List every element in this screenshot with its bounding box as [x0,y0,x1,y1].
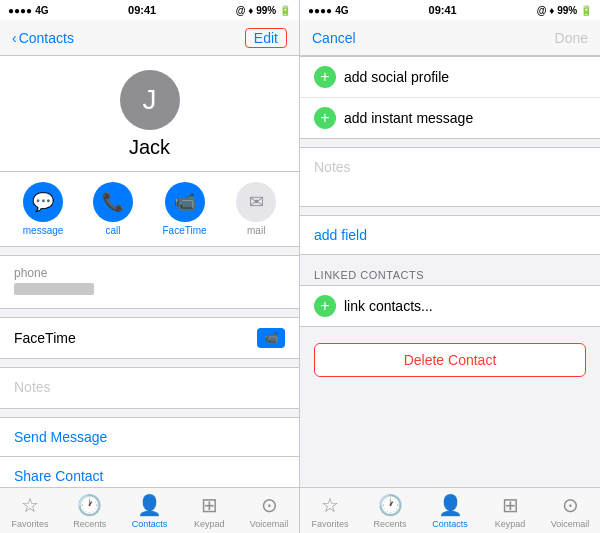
right-contacts-label: Contacts [432,519,468,529]
favorites-label: Favorites [11,519,48,529]
right-notes-placeholder: Notes [314,159,351,175]
facetime-action-label: FaceTime [163,225,207,236]
message-label: message [23,225,64,236]
right-voicemail-icon: ⊙ [562,493,579,517]
right-contacts-icon: 👤 [438,493,463,517]
right-nav-bar: Cancel Done [300,20,600,56]
call-icon: 📞 [93,182,133,222]
right-recents-icon: 🕐 [378,493,403,517]
tab-favorites[interactable]: ☆ Favorites [0,493,60,529]
notes-placeholder: Notes [14,379,51,395]
left-signal: ●●●● [8,5,32,16]
delete-contact-button[interactable]: Delete Contact [314,343,586,377]
edit-button[interactable]: Edit [245,28,287,48]
recents-icon: 🕐 [77,493,102,517]
right-tab-voicemail[interactable]: ⊙ Voicemail [540,493,600,529]
mail-icon: ✉ [236,182,276,222]
right-carrier: 4G [335,5,348,16]
call-label: call [105,225,120,236]
right-keypad-icon: ⊞ [502,493,519,517]
keypad-icon: ⊞ [201,493,218,517]
cancel-button[interactable]: Cancel [312,30,356,46]
mail-action-button[interactable]: ✉ mail [236,182,276,236]
send-message-label: Send Message [14,429,107,445]
right-recents-label: Recents [373,519,406,529]
add-im-icon: + [314,107,336,129]
facetime-video-icon: 📹 [165,182,205,222]
contact-name: Jack [129,136,170,159]
message-action-button[interactable]: 💬 message [23,182,64,236]
right-tab-keypad[interactable]: ⊞ Keypad [480,493,540,529]
right-tab-contacts[interactable]: 👤 Contacts [420,493,480,529]
right-signal-icons: ●●●● 4G [308,5,349,16]
left-battery-icons: @ ♦ 99% 🔋 [236,5,291,16]
call-action-button[interactable]: 📞 call [93,182,133,236]
right-time: 09:41 [429,4,457,16]
back-to-contacts-button[interactable]: ‹ Contacts [12,30,74,46]
right-tab-recents[interactable]: 🕐 Recents [360,493,420,529]
add-field-row[interactable]: add field [300,215,600,255]
left-panel: ●●●● 4G 09:41 @ ♦ 99% 🔋 ‹ Contacts Edit … [0,0,300,533]
right-battery-icons: @ ♦ 99% 🔋 [537,5,592,16]
notes-section[interactable]: Notes [0,367,299,409]
add-rows-group: + add social profile + add instant messa… [300,56,600,139]
right-notes-section[interactable]: Notes [300,147,600,207]
tab-recents[interactable]: 🕐 Recents [60,493,120,529]
done-button[interactable]: Done [555,30,588,46]
left-status-bar: ●●●● 4G 09:41 @ ♦ 99% 🔋 [0,0,299,20]
keypad-label: Keypad [194,519,225,529]
share-contact-label: Share Contact [14,468,104,484]
link-contacts-icon: + [314,295,336,317]
left-battery: @ ♦ 99% 🔋 [236,5,291,16]
favorites-icon: ☆ [21,493,39,517]
left-nav-bar: ‹ Contacts Edit [0,20,299,56]
right-favorites-label: Favorites [311,519,348,529]
send-message-row[interactable]: Send Message [0,417,299,457]
left-carrier: 4G [35,5,48,16]
phone-label: phone [14,266,285,280]
linked-contacts-section: + link contacts... [300,285,600,327]
add-social-profile-row[interactable]: + add social profile [300,57,600,98]
chevron-left-icon: ‹ [12,30,17,46]
facetime-toggle-icon[interactable]: 📹 [257,328,285,348]
share-contact-row[interactable]: Share Contact [0,457,299,487]
left-time: 09:41 [128,4,156,16]
back-label: Contacts [19,30,74,46]
phone-value [14,282,285,298]
voicemail-icon: ⊙ [261,493,278,517]
right-content-scroll: + add social profile + add instant messa… [300,56,600,487]
voicemail-label: Voicemail [250,519,289,529]
left-tab-bar: ☆ Favorites 🕐 Recents 👤 Contacts ⊞ Keypa… [0,487,299,533]
tab-voicemail[interactable]: ⊙ Voicemail [239,493,299,529]
right-panel: ●●●● 4G 09:41 @ ♦ 99% 🔋 Cancel Done + ad… [300,0,600,533]
facetime-action-button[interactable]: 📹 FaceTime [163,182,207,236]
right-tab-favorites[interactable]: ☆ Favorites [300,493,360,529]
contacts-label: Contacts [132,519,168,529]
facetime-label: FaceTime [14,330,76,346]
recents-label: Recents [73,519,106,529]
phone-row: phone [0,256,299,308]
link-contacts-row[interactable]: + link contacts... [300,286,600,326]
tab-keypad[interactable]: ⊞ Keypad [179,493,239,529]
mail-label: mail [247,225,265,236]
link-contacts-label: link contacts... [344,298,433,314]
action-buttons-row: 💬 message 📞 call 📹 FaceTime ✉ mail [0,172,299,247]
add-field-label: add field [314,227,367,243]
contact-header: J Jack [0,56,299,172]
right-battery: @ ♦ 99% 🔋 [537,5,592,16]
add-instant-message-row[interactable]: + add instant message [300,98,600,138]
add-im-label: add instant message [344,110,473,126]
linked-contacts-header: LINKED CONTACTS [300,263,600,285]
add-social-icon: + [314,66,336,88]
right-signal: ●●●● [308,5,332,16]
add-social-label: add social profile [344,69,449,85]
right-favorites-icon: ☆ [321,493,339,517]
right-voicemail-label: Voicemail [551,519,590,529]
left-content-scroll: phone FaceTime 📹 Notes Send Message Shar… [0,247,299,487]
phone-section: phone [0,255,299,309]
right-keypad-label: Keypad [495,519,526,529]
left-signal-icons: ●●●● 4G [8,5,49,16]
phone-number-blurred [14,283,94,295]
tab-contacts[interactable]: 👤 Contacts [120,493,180,529]
avatar: J [120,70,180,130]
